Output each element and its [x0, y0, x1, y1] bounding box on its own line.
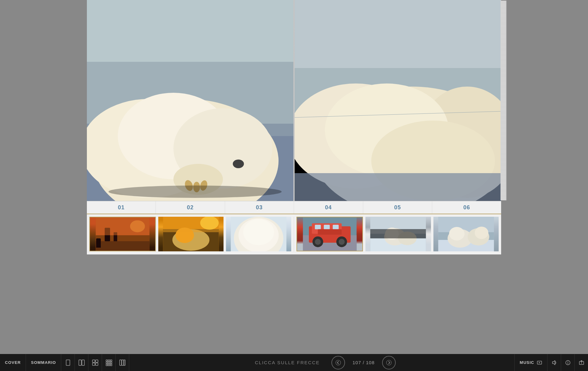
sommario-button[interactable]: SOMMARIO — [26, 354, 61, 371]
thumbnail-06[interactable] — [433, 217, 499, 251]
svg-point-53 — [315, 239, 321, 245]
thumbnail-03[interactable] — [226, 217, 291, 251]
chapter-num-02[interactable]: 02 — [156, 201, 225, 214]
svg-rect-71 — [79, 360, 81, 365]
svg-rect-83 — [106, 364, 108, 366]
svg-point-39 — [200, 217, 219, 230]
svg-rect-49 — [324, 225, 330, 229]
svg-point-67 — [449, 227, 464, 241]
svg-point-69 — [475, 227, 488, 239]
page-spine — [293, 0, 295, 201]
svg-rect-88 — [124, 360, 125, 365]
chapter-numbers-left: 01 02 03 — [87, 201, 294, 214]
share-icon — [579, 360, 584, 365]
next-page-button[interactable] — [382, 356, 396, 369]
svg-point-43 — [243, 219, 274, 245]
toolbar-center: CLICCA SULLE FRECCE 107 / 108 — [129, 356, 514, 369]
thumbnails-row — [87, 214, 501, 254]
single-page-view-button[interactable] — [61, 354, 75, 371]
thumbnail-05[interactable] — [365, 217, 431, 251]
svg-rect-70 — [66, 360, 70, 365]
svg-rect-82 — [110, 362, 112, 364]
chapter-num-01[interactable]: 01 — [87, 201, 156, 214]
thumb-section-right — [294, 217, 501, 252]
chapter-num-05[interactable]: 05 — [363, 201, 432, 214]
svg-rect-48 — [315, 225, 321, 229]
svg-rect-78 — [108, 360, 110, 361]
svg-point-90 — [386, 360, 391, 365]
svg-rect-50 — [333, 225, 339, 229]
content-area: 01 02 03 04 05 — [0, 0, 588, 354]
music-icon — [537, 360, 542, 365]
svg-point-96 — [568, 361, 568, 362]
svg-rect-81 — [108, 362, 110, 364]
toolbar-right: MUSIC — [514, 354, 588, 371]
svg-point-13 — [233, 160, 244, 168]
svg-point-89 — [336, 360, 341, 365]
svg-marker-93 — [552, 360, 555, 365]
music-button[interactable]: MUSIC — [514, 354, 547, 371]
nav-section: CLICCA SULLE FRECCE 107 / 108 — [246, 356, 398, 369]
svg-rect-55 — [318, 229, 342, 235]
bear-left-image — [87, 0, 294, 201]
thumbnail-strip: 01 02 03 04 05 — [87, 201, 501, 254]
info-button[interactable] — [561, 354, 574, 371]
page-indicator: 107 / 108 — [347, 360, 380, 365]
chapter-numbers: 01 02 03 04 05 — [87, 201, 501, 214]
thumbnail-02[interactable] — [158, 217, 224, 251]
svg-rect-16 — [294, 0, 501, 68]
page-right[interactable] — [294, 0, 501, 201]
svg-rect-29 — [96, 241, 150, 251]
bear-right-image — [294, 0, 501, 201]
svg-rect-77 — [106, 360, 108, 361]
svg-rect-76 — [96, 363, 98, 365]
svg-rect-85 — [110, 364, 112, 366]
clicca-text: CLICCA SULLE FRECCE — [246, 360, 329, 365]
svg-rect-84 — [108, 364, 110, 366]
svg-rect-87 — [122, 360, 124, 365]
book-edge-pages — [501, 1, 507, 200]
thumbnail-04[interactable] — [296, 217, 363, 251]
fullscreen-view-button[interactable] — [116, 354, 129, 371]
svg-point-33 — [130, 220, 145, 232]
speaker-button[interactable] — [547, 354, 561, 371]
speaker-icon — [552, 360, 557, 365]
double-page-view-button[interactable] — [75, 354, 88, 371]
svg-rect-74 — [96, 360, 98, 362]
toolbar-left: COVER SOMMARIO — [0, 354, 129, 371]
svg-rect-79 — [110, 360, 112, 361]
prev-page-button[interactable] — [331, 356, 345, 369]
svg-rect-72 — [82, 360, 84, 365]
svg-rect-73 — [92, 360, 95, 362]
svg-rect-62 — [370, 229, 426, 238]
page-spread — [87, 0, 501, 201]
svg-rect-25 — [294, 173, 501, 201]
chapter-num-03[interactable]: 03 — [225, 201, 294, 214]
book-wrapper: 01 02 03 04 05 — [87, 0, 501, 254]
thumb-section-left — [87, 217, 294, 252]
chapter-num-04[interactable]: 04 — [294, 201, 363, 214]
share-button[interactable] — [574, 354, 588, 371]
grid-view-large-button[interactable] — [102, 354, 116, 371]
svg-rect-75 — [92, 363, 95, 365]
svg-rect-86 — [120, 360, 121, 365]
svg-rect-80 — [106, 362, 108, 364]
svg-marker-92 — [539, 362, 540, 363]
info-icon — [565, 360, 571, 365]
page-left[interactable] — [87, 0, 294, 201]
svg-point-14 — [109, 186, 282, 198]
view-icons — [61, 354, 129, 371]
grid-view-small-button[interactable] — [88, 354, 102, 371]
chapter-num-06[interactable]: 06 — [432, 201, 501, 214]
toolbar: COVER SOMMARIO — [0, 354, 588, 371]
svg-rect-1 — [87, 0, 294, 62]
cover-button[interactable]: COVER — [0, 354, 26, 371]
chapter-numbers-right: 04 05 06 — [294, 201, 501, 214]
svg-point-54 — [339, 239, 345, 245]
thumbnail-01[interactable] — [89, 217, 156, 251]
